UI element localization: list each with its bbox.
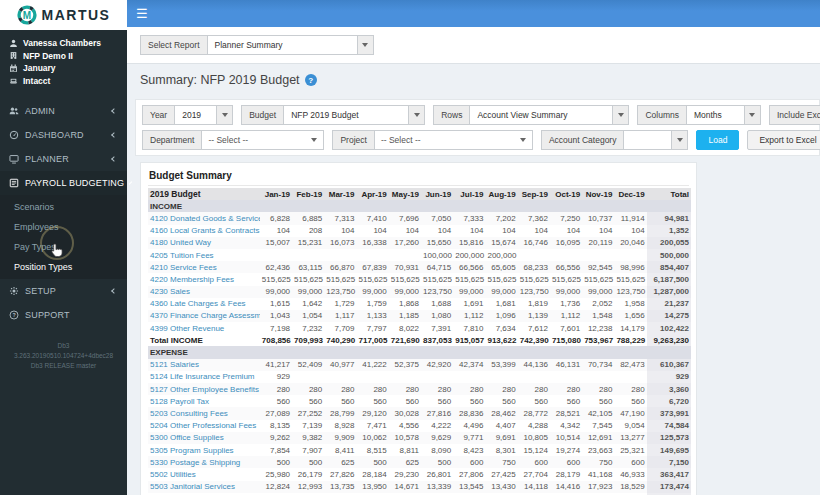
sidebar-item-dashboard[interactable]: DASHBOARD	[0, 123, 127, 147]
value-cell: 9,262	[260, 432, 292, 444]
brand-logo[interactable]: M MARTUS	[0, 0, 127, 30]
value-cell: 708,856	[260, 334, 292, 346]
value-cell: 4,342	[550, 420, 582, 432]
account-link[interactable]: 4220 Membership Fees	[150, 275, 234, 284]
value-cell: 67,839	[357, 261, 389, 273]
account-link[interactable]: 4399 Other Revenue	[150, 324, 224, 333]
account-link[interactable]: 4160 Local Grants & Contracts	[150, 226, 259, 235]
total-cell: 854,407	[647, 261, 691, 273]
row-label-cell: 4370 Finance Charge Assessments	[148, 310, 260, 322]
column-header-oct-19: Oct-19	[550, 188, 582, 200]
help-icon[interactable]: ?	[305, 74, 317, 86]
system-row: Intacct	[9, 75, 118, 88]
report-select-caret-icon[interactable]	[358, 35, 374, 55]
year-caret-icon[interactable]	[217, 105, 233, 125]
value-cell	[260, 249, 292, 261]
account-link[interactable]: 5305 Program Supplies	[150, 446, 234, 455]
rows-select[interactable]: Account View Summary	[470, 105, 613, 125]
value-cell: 104	[550, 225, 582, 237]
load-button[interactable]: Load	[696, 130, 739, 150]
columns-select[interactable]: Months	[687, 105, 745, 125]
account-link[interactable]: 5128 Payroll Tax	[150, 397, 209, 406]
budget-summary-table: 2019 BudgetJan-19Feb-19Mar-19Apr-19May-1…	[148, 188, 691, 495]
table-row: 4230 Sales99,00099,000123,75099,00099,00…	[148, 286, 691, 298]
project-select[interactable]: -- Select --	[375, 130, 533, 150]
value-cell: 10,737	[582, 212, 614, 224]
value-cell: 1,729	[324, 298, 356, 310]
rows-caret-icon[interactable]	[613, 105, 629, 125]
account-link[interactable]: 5330 Postage & Shipping	[150, 458, 240, 467]
report-select[interactable]: Planner Summary	[208, 35, 358, 55]
table-header-row: 2019 BudgetJan-19Feb-19Mar-19Apr-19May-1…	[148, 188, 691, 200]
value-cell: 7,202	[485, 212, 517, 224]
table-row: 5502 Utilities25,98026,17927,82628,18429…	[148, 468, 691, 480]
row-label-cell: 4205 Tuition Fees	[148, 249, 260, 261]
sidebar-item-planner[interactable]: PLANNER	[0, 147, 127, 171]
value-cell: 99,000	[453, 286, 485, 298]
account-link[interactable]: 4370 Finance Charge Assessments	[150, 311, 260, 320]
account-link[interactable]: 4205 Tuition Fees	[150, 251, 214, 260]
value-cell: 8,423	[453, 444, 485, 456]
value-cell: 929	[260, 371, 292, 383]
department-select[interactable]: -- Select --	[202, 130, 324, 150]
user-name-row: Vanessa Chambers	[9, 37, 118, 50]
budget-caret-icon[interactable]	[409, 105, 425, 125]
value-cell	[292, 371, 324, 383]
sidebar-subitem-position-types[interactable]: Position Types	[0, 257, 127, 277]
account-link[interactable]: 4120 Donated Goods & Services	[150, 214, 260, 223]
sidebar-subitem-scenarios[interactable]: Scenarios	[0, 197, 127, 217]
value-cell: 28,836	[453, 407, 485, 419]
value-cell	[292, 346, 324, 358]
sidebar-item-support[interactable]: ?SUPPORT	[0, 303, 127, 327]
account-link[interactable]: 5124 Life Insurance Premium	[150, 372, 255, 381]
value-cell	[292, 249, 324, 261]
value-cell: 9,629	[421, 432, 453, 444]
value-cell	[582, 249, 614, 261]
value-cell: 16,073	[324, 237, 356, 249]
value-cell: 123,750	[518, 286, 550, 298]
account-link[interactable]: 5300 Office Supplies	[150, 433, 224, 442]
account-link[interactable]: 4210 Service Fees	[150, 263, 217, 272]
value-cell: 7,333	[453, 212, 485, 224]
value-cell: 500	[260, 456, 292, 468]
value-cell: 515,625	[485, 273, 517, 285]
value-cell: 915,057	[453, 334, 485, 346]
value-cell: 750	[485, 456, 517, 468]
account-link[interactable]: 4180 United Way	[150, 238, 211, 247]
value-cell	[453, 200, 485, 212]
budget-select[interactable]: NFP 2019 Budget	[284, 105, 409, 125]
account-link[interactable]: 5127 Other Employee Benefits	[150, 385, 259, 394]
export-to-excel-button[interactable]: Export to Excel	[747, 130, 820, 150]
account-category-select[interactable]	[624, 130, 672, 150]
value-cell: 104	[614, 225, 646, 237]
sidebar-item-payroll-budgeting[interactable]: PAYROLL BUDGETING	[0, 171, 127, 195]
value-cell: 99,000	[292, 286, 324, 298]
columns-caret-icon[interactable]	[745, 105, 761, 125]
total-cell: 125,573	[647, 432, 691, 444]
value-cell: 7,634	[485, 322, 517, 334]
hamburger-icon[interactable]: ☰	[136, 7, 148, 20]
year-select[interactable]: 2019	[175, 105, 217, 125]
account-link[interactable]: 4230 Sales	[150, 287, 190, 296]
account-link[interactable]: 5121 Salaries	[150, 360, 199, 369]
account-link[interactable]: 4360 Late Charges & Fees	[150, 299, 246, 308]
value-cell: 13,950	[357, 481, 389, 493]
value-cell: 1,133	[357, 310, 389, 322]
account-link[interactable]: 5502 Utilities	[150, 470, 196, 479]
account-link[interactable]: 5203 Consulting Fees	[150, 409, 228, 418]
table-row: 5203 Consulting Fees27,08927,25228,79929…	[148, 407, 691, 419]
account-category-caret-icon[interactable]	[672, 130, 688, 150]
sidebar-item-label: ADMIN	[25, 106, 106, 116]
value-cell: 123,750	[324, 286, 356, 298]
value-cell: 280	[485, 383, 517, 395]
account-link[interactable]: 5503 Janitorial Services	[150, 482, 235, 491]
value-cell: 104	[582, 225, 614, 237]
calendar-icon	[9, 64, 18, 73]
table-row: 5204 Other Professional Fees8,1357,1398,…	[148, 420, 691, 432]
sidebar-item-setup[interactable]: SETUP	[0, 279, 127, 303]
account-link[interactable]: 5204 Other Professional Fees	[150, 421, 256, 430]
value-cell	[357, 371, 389, 383]
sidebar-item-admin[interactable]: ADMIN	[0, 99, 127, 123]
value-cell: 15,231	[292, 237, 324, 249]
value-cell: 62,436	[260, 261, 292, 273]
